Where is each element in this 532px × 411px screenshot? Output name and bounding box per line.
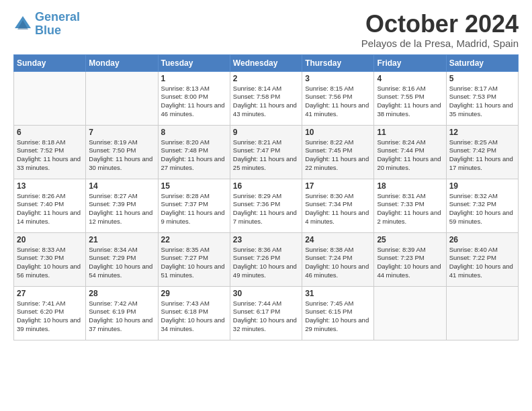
day-number: 11 bbox=[377, 128, 443, 137]
logo-line2: Blue bbox=[35, 24, 61, 37]
logo-text: General Blue bbox=[35, 11, 80, 38]
day-number: 19 bbox=[449, 181, 515, 191]
day-number: 4 bbox=[377, 74, 443, 83]
day-number: 18 bbox=[377, 181, 443, 191]
day-number: 24 bbox=[305, 235, 371, 244]
cell-info: Sunrise: 8:33 AMSunset: 7:30 PMDaylight:… bbox=[17, 246, 83, 280]
cell-info: Sunrise: 8:38 AMSunset: 7:24 PMDaylight:… bbox=[305, 246, 371, 280]
calendar-week-row: 27Sunrise: 7:41 AMSunset: 6:20 PMDayligh… bbox=[14, 286, 519, 340]
calendar-week-row: 6Sunrise: 8:18 AMSunset: 7:52 PMDaylight… bbox=[14, 125, 519, 179]
day-number: 5 bbox=[449, 74, 515, 83]
weekday-header-cell: Monday bbox=[86, 54, 158, 71]
calendar-cell: 28Sunrise: 7:42 AMSunset: 6:19 PMDayligh… bbox=[86, 286, 158, 340]
calendar-cell: 16Sunrise: 8:29 AMSunset: 7:36 PMDayligh… bbox=[230, 179, 302, 232]
calendar-cell: 26Sunrise: 8:40 AMSunset: 7:22 PMDayligh… bbox=[446, 232, 518, 286]
cell-info: Sunrise: 8:20 AMSunset: 7:48 PMDaylight:… bbox=[161, 138, 227, 173]
calendar-cell: 23Sunrise: 8:36 AMSunset: 7:26 PMDayligh… bbox=[230, 232, 302, 286]
day-number: 23 bbox=[233, 235, 299, 244]
day-number: 21 bbox=[89, 235, 154, 244]
cell-info: Sunrise: 8:14 AMSunset: 7:58 PMDaylight:… bbox=[233, 85, 299, 119]
cell-info: Sunrise: 8:26 AMSunset: 7:40 PMDaylight:… bbox=[17, 192, 83, 226]
calendar-week-row: 1Sunrise: 8:13 AMSunset: 8:00 PMDaylight… bbox=[14, 71, 519, 125]
day-number: 13 bbox=[17, 181, 83, 191]
day-number: 31 bbox=[305, 289, 371, 298]
cell-info: Sunrise: 8:27 AMSunset: 7:39 PMDaylight:… bbox=[89, 192, 154, 226]
calendar-cell: 24Sunrise: 8:38 AMSunset: 7:24 PMDayligh… bbox=[302, 232, 374, 286]
cell-info: Sunrise: 8:29 AMSunset: 7:36 PMDaylight:… bbox=[233, 192, 299, 226]
day-number: 28 bbox=[89, 289, 154, 298]
location-title: Pelayos de la Presa, Madrid, Spain bbox=[361, 38, 519, 49]
calendar-cell: 12Sunrise: 8:25 AMSunset: 7:42 PMDayligh… bbox=[446, 125, 518, 179]
day-number: 30 bbox=[233, 289, 299, 298]
calendar-cell: 5Sunrise: 8:17 AMSunset: 7:53 PMDaylight… bbox=[446, 71, 518, 125]
cell-info: Sunrise: 8:40 AMSunset: 7:22 PMDaylight:… bbox=[449, 246, 515, 280]
day-number: 14 bbox=[89, 181, 154, 191]
weekday-header-cell: Thursday bbox=[302, 54, 374, 71]
weekday-header-cell: Friday bbox=[374, 54, 446, 71]
calendar-cell: 25Sunrise: 8:39 AMSunset: 7:23 PMDayligh… bbox=[374, 232, 446, 286]
day-number: 16 bbox=[233, 181, 299, 191]
calendar-cell: 1Sunrise: 8:13 AMSunset: 8:00 PMDaylight… bbox=[158, 71, 230, 125]
cell-info: Sunrise: 7:45 AMSunset: 6:15 PMDaylight:… bbox=[305, 300, 371, 334]
cell-info: Sunrise: 8:18 AMSunset: 7:52 PMDaylight:… bbox=[17, 138, 83, 173]
day-number: 20 bbox=[17, 235, 83, 244]
calendar-cell: 14Sunrise: 8:27 AMSunset: 7:39 PMDayligh… bbox=[86, 179, 158, 232]
cell-info: Sunrise: 7:44 AMSunset: 6:17 PMDaylight:… bbox=[233, 300, 299, 334]
calendar-cell: 13Sunrise: 8:26 AMSunset: 7:40 PMDayligh… bbox=[14, 179, 86, 232]
cell-info: Sunrise: 8:32 AMSunset: 7:32 PMDaylight:… bbox=[449, 192, 515, 226]
cell-info: Sunrise: 8:28 AMSunset: 7:37 PMDaylight:… bbox=[161, 192, 227, 226]
header: General Blue October 2024 Pelayos de la … bbox=[13, 11, 519, 49]
calendar-body: 1Sunrise: 8:13 AMSunset: 8:00 PMDaylight… bbox=[14, 71, 519, 340]
day-number: 12 bbox=[449, 128, 515, 137]
calendar-cell: 17Sunrise: 8:30 AMSunset: 7:34 PMDayligh… bbox=[302, 179, 374, 232]
calendar-cell: 7Sunrise: 8:19 AMSunset: 7:50 PMDaylight… bbox=[86, 125, 158, 179]
day-number: 17 bbox=[305, 181, 371, 191]
calendar-cell: 6Sunrise: 8:18 AMSunset: 7:52 PMDaylight… bbox=[14, 125, 86, 179]
weekday-header-row: SundayMondayTuesdayWednesdayThursdayFrid… bbox=[14, 54, 519, 71]
calendar-cell: 2Sunrise: 8:14 AMSunset: 7:58 PMDaylight… bbox=[230, 71, 302, 125]
calendar-cell: 4Sunrise: 8:16 AMSunset: 7:55 PMDaylight… bbox=[374, 71, 446, 125]
calendar-cell: 31Sunrise: 7:45 AMSunset: 6:15 PMDayligh… bbox=[302, 286, 374, 340]
calendar-cell bbox=[374, 286, 446, 340]
weekday-header-cell: Saturday bbox=[446, 54, 518, 71]
cell-info: Sunrise: 7:41 AMSunset: 6:20 PMDaylight:… bbox=[17, 300, 83, 334]
day-number: 15 bbox=[161, 181, 227, 191]
cell-info: Sunrise: 8:34 AMSunset: 7:29 PMDaylight:… bbox=[89, 246, 154, 280]
weekday-header-cell: Sunday bbox=[14, 54, 86, 71]
cell-info: Sunrise: 8:39 AMSunset: 7:23 PMDaylight:… bbox=[377, 246, 443, 280]
cell-info: Sunrise: 8:17 AMSunset: 7:53 PMDaylight:… bbox=[449, 85, 515, 119]
cell-info: Sunrise: 8:19 AMSunset: 7:50 PMDaylight:… bbox=[89, 138, 154, 173]
calendar-cell: 19Sunrise: 8:32 AMSunset: 7:32 PMDayligh… bbox=[446, 179, 518, 232]
cell-info: Sunrise: 8:16 AMSunset: 7:55 PMDaylight:… bbox=[377, 85, 443, 119]
cell-info: Sunrise: 7:43 AMSunset: 6:18 PMDaylight:… bbox=[161, 300, 227, 334]
calendar-cell: 8Sunrise: 8:20 AMSunset: 7:48 PMDaylight… bbox=[158, 125, 230, 179]
day-number: 3 bbox=[305, 74, 371, 83]
calendar-cell: 20Sunrise: 8:33 AMSunset: 7:30 PMDayligh… bbox=[14, 232, 86, 286]
calendar-cell bbox=[14, 71, 86, 125]
weekday-header-cell: Tuesday bbox=[158, 54, 230, 71]
day-number: 1 bbox=[161, 74, 227, 83]
calendar-cell: 21Sunrise: 8:34 AMSunset: 7:29 PMDayligh… bbox=[86, 232, 158, 286]
cell-info: Sunrise: 8:22 AMSunset: 7:45 PMDaylight:… bbox=[305, 138, 371, 173]
logo-icon bbox=[13, 15, 32, 34]
cell-info: Sunrise: 8:24 AMSunset: 7:44 PMDaylight:… bbox=[377, 138, 443, 173]
calendar-week-row: 20Sunrise: 8:33 AMSunset: 7:30 PMDayligh… bbox=[14, 232, 519, 286]
logo: General Blue bbox=[13, 11, 80, 38]
day-number: 25 bbox=[377, 235, 443, 244]
calendar-cell bbox=[86, 71, 158, 125]
calendar-cell: 11Sunrise: 8:24 AMSunset: 7:44 PMDayligh… bbox=[374, 125, 446, 179]
calendar-cell bbox=[446, 286, 518, 340]
cell-info: Sunrise: 8:36 AMSunset: 7:26 PMDaylight:… bbox=[233, 246, 299, 280]
cell-info: Sunrise: 8:31 AMSunset: 7:33 PMDaylight:… bbox=[377, 192, 443, 226]
cell-info: Sunrise: 8:25 AMSunset: 7:42 PMDaylight:… bbox=[449, 138, 515, 173]
calendar-cell: 15Sunrise: 8:28 AMSunset: 7:37 PMDayligh… bbox=[158, 179, 230, 232]
day-number: 10 bbox=[305, 128, 371, 137]
calendar-table: SundayMondayTuesdayWednesdayThursdayFrid… bbox=[13, 54, 519, 340]
day-number: 22 bbox=[161, 235, 227, 244]
month-title: October 2024 bbox=[361, 11, 519, 38]
calendar-cell: 22Sunrise: 8:35 AMSunset: 7:27 PMDayligh… bbox=[158, 232, 230, 286]
day-number: 7 bbox=[89, 128, 154, 137]
calendar-cell: 10Sunrise: 8:22 AMSunset: 7:45 PMDayligh… bbox=[302, 125, 374, 179]
logo-line1: General bbox=[35, 10, 80, 24]
weekday-header-cell: Wednesday bbox=[230, 54, 302, 71]
